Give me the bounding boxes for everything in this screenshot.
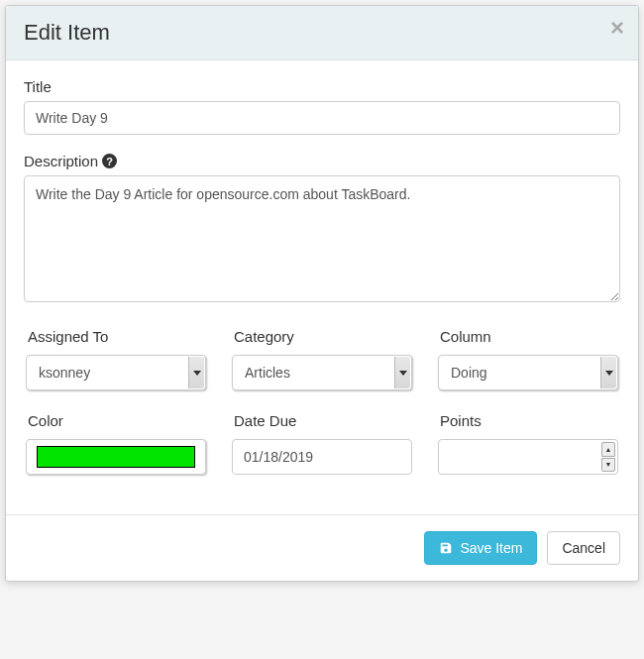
category-label: Category — [234, 328, 412, 345]
title-field-group: Title — [24, 78, 620, 135]
cancel-button[interactable]: Cancel — [547, 531, 620, 565]
category-select-wrap: Articles — [232, 355, 412, 390]
column-select-wrap: Doing — [438, 355, 618, 390]
save-button-label: Save Item — [460, 540, 522, 556]
points-spinner: ▲ ▼ — [601, 442, 615, 472]
color-picker[interactable] — [26, 439, 206, 475]
points-wrap: ▲ ▼ — [438, 439, 618, 475]
description-label-text: Description — [24, 153, 98, 169]
assigned-to-col: Assigned To ksonney — [24, 328, 208, 390]
column-label: Column — [440, 328, 618, 345]
assigned-to-select-wrap: ksonney — [26, 355, 206, 390]
modal-header: Edit Item × — [6, 6, 638, 60]
edit-item-modal: Edit Item × Title Description ? Write th… — [5, 5, 639, 582]
column-col: Column Doing — [436, 328, 620, 390]
save-button[interactable]: Save Item — [424, 531, 537, 565]
points-input[interactable] — [438, 439, 618, 475]
modal-footer: Save Item Cancel — [6, 514, 638, 581]
help-icon[interactable]: ? — [102, 154, 117, 168]
column-select[interactable]: Doing — [438, 355, 618, 390]
color-label: Color — [28, 412, 206, 429]
close-icon[interactable]: × — [610, 16, 624, 40]
points-col: Points ▲ ▼ — [436, 412, 620, 475]
description-label: Description ? — [24, 153, 620, 169]
modal-title: Edit Item — [24, 20, 620, 46]
points-label: Points — [440, 412, 618, 429]
title-label: Title — [24, 78, 620, 95]
description-field-group: Description ? Write the Day 9 Article fo… — [24, 153, 620, 306]
cancel-button-label: Cancel — [562, 540, 605, 556]
category-select[interactable]: Articles — [232, 355, 412, 390]
spinner-up-icon[interactable]: ▲ — [601, 442, 615, 457]
description-textarea[interactable]: Write the Day 9 Article for opensource.c… — [24, 175, 620, 302]
date-due-col: Date Due — [230, 412, 414, 475]
date-due-input[interactable] — [232, 439, 412, 475]
save-icon — [439, 541, 453, 555]
spinner-down-icon[interactable]: ▼ — [601, 458, 615, 473]
title-input[interactable] — [24, 101, 620, 135]
date-due-label: Date Due — [234, 412, 412, 429]
row-2: Color Date Due Points ▲ ▼ — [24, 412, 620, 475]
category-col: Category Articles — [230, 328, 414, 390]
assigned-to-label: Assigned To — [28, 328, 206, 345]
color-swatch — [37, 446, 195, 468]
color-col: Color — [24, 412, 208, 475]
row-1: Assigned To ksonney Category Articles — [24, 328, 620, 390]
modal-body: Title Description ? Write the Day 9 Arti… — [6, 60, 638, 485]
assigned-to-select[interactable]: ksonney — [26, 355, 206, 390]
